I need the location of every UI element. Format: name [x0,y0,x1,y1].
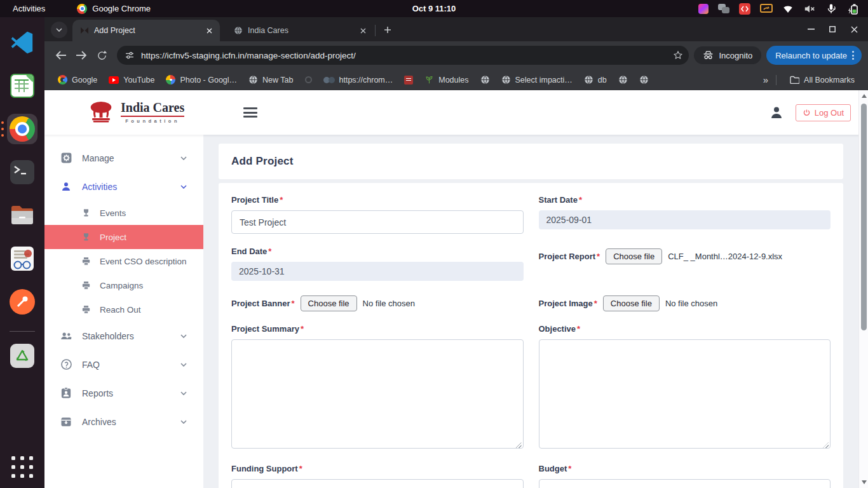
logout-button[interactable]: Log Out [796,104,851,121]
tab-close-icon[interactable] [203,25,215,36]
running-indicator [1,121,4,137]
main-content: Add Project Project Title* Start Date* [203,135,858,488]
india-cares-logo[interactable]: India Cares Foundation [87,101,184,124]
bookmark-globe-1[interactable] [475,73,496,86]
page-title: Add Project [231,155,294,168]
page-scrollbar[interactable] [858,90,868,488]
tab-india-cares[interactable]: India Cares [226,20,374,41]
battery-charging-icon[interactable] [846,3,859,15]
bookmark-globe-3[interactable] [634,73,654,86]
scrollbar-thumb[interactable] [861,104,867,330]
tab-close-icon[interactable] [357,25,369,36]
people-icon [60,331,72,341]
sidebar-item-event-cso-description[interactable]: Event CSO description [44,249,203,273]
tab-strip: Add Project India Cares [44,17,868,41]
bookmark-star-icon[interactable] [670,47,686,64]
app-indicator[interactable]: Google Chrome [77,4,151,14]
relaunch-to-update-button[interactable]: Relaunch to update [766,46,862,65]
project-report-choose-file-button[interactable]: Choose file [606,248,662,264]
sidebar-item-campaigns[interactable]: Campaigns [44,273,203,297]
dock-chrome-icon[interactable] [7,114,37,144]
new-tab-button[interactable] [379,22,396,38]
bookmarks-overflow-button[interactable]: » [763,74,768,85]
show-applications-button[interactable] [11,456,33,478]
all-bookmarks-button[interactable]: All Bookmarks [784,74,860,86]
screen-share-icon[interactable] [760,3,773,15]
sidebar-item-reports[interactable]: Reports [44,379,203,407]
dock-trash-icon[interactable] [7,341,37,371]
sidebar-item-project[interactable]: Project [44,225,203,249]
project-banner-choose-file-button[interactable]: Choose file [301,295,357,311]
bookmark-photos[interactable]: Photo - Googl… [160,73,243,86]
budget-input[interactable] [539,479,831,488]
bookmark-unnamed[interactable] [299,74,318,85]
volume-muted-icon[interactable] [803,4,816,14]
trophy-icon [81,232,92,243]
end-date-label: End Date* [231,247,524,256]
browser-menu-icon[interactable] [847,51,859,60]
dock-libreoffice-calc-icon[interactable] [7,71,37,101]
clock[interactable]: Oct 9 11:10 [412,4,456,13]
sidebar-item-faq[interactable]: FAQ [44,350,203,379]
dock-terminal-icon[interactable] [7,157,37,187]
bookmark-globe-2[interactable] [613,73,634,86]
microphone-icon[interactable] [825,3,837,15]
bookmark-db[interactable]: db [578,73,613,86]
bookmark-youtube[interactable]: YouTube [103,74,160,86]
scroll-up-arrow[interactable] [862,94,867,98]
sidebar-item-activities[interactable]: Activities [44,172,203,201]
dock-postman-icon[interactable] [7,287,37,317]
dock-vscode-icon[interactable] [7,27,37,58]
close-button[interactable] [845,20,863,38]
sidebar-toggle-button[interactable] [243,107,257,118]
dock-document-viewer-icon[interactable] [7,243,37,274]
badge-icon [60,387,72,399]
site-settings-icon[interactable] [125,50,135,60]
sidebar-item-stakeholders[interactable]: Stakeholders [44,322,203,350]
start-date-input[interactable] [539,210,831,229]
bookmark-select-impact[interactable]: Select impacti… [496,73,578,86]
brand-name: India Cares [121,101,184,114]
back-button[interactable] [51,45,71,65]
sidebar-item-events[interactable]: Events [44,201,203,225]
brand-rule [121,116,184,117]
project-title-input[interactable] [231,210,524,234]
dock-files-icon[interactable] [7,200,37,231]
end-date-input[interactable] [231,262,524,281]
field-project-summary: Project Summary* [231,324,524,451]
globe-favicon [234,26,243,35]
address-bar[interactable]: https://icfnv5-staging.icfn.in/manage-se… [117,46,689,65]
sidebar-item-reach-out[interactable]: Reach Out [44,297,203,322]
bookmark-chrome-link[interactable]: https://chrom… [318,74,399,86]
user-avatar-icon[interactable] [769,105,784,120]
remote-desktop-icon[interactable] [739,3,750,15]
bookmark-bajaj[interactable] [398,74,419,86]
minimize-button[interactable] [802,20,820,38]
project-image-choose-file-button[interactable]: Choose file [603,295,660,311]
objective-textarea[interactable] [539,339,831,449]
wifi-icon[interactable] [782,4,794,14]
bookmark-new-tab[interactable]: New Tab [243,73,299,86]
bookmark-google[interactable]: Google [52,73,103,86]
sidebar-item-manage[interactable]: Manage [44,144,203,172]
brand-tagline: Foundation [125,118,180,124]
reload-button[interactable] [92,45,112,65]
activities-button[interactable]: Activities [0,0,58,17]
chevron-down-icon [180,334,187,338]
project-summary-textarea[interactable] [231,339,524,449]
scroll-down-arrow[interactable] [862,480,867,484]
field-project-title: Project Title* [231,195,524,234]
chat-icon[interactable] [718,4,729,14]
bookmark-modules[interactable]: Modules [419,73,474,86]
tab-add-project[interactable]: Add Project [72,20,220,41]
objective-label: Objective* [539,324,831,334]
sidebar-item-archives[interactable]: Archives [44,407,203,436]
printer-icon [81,280,92,291]
maximize-button[interactable] [824,20,841,38]
forward-button[interactable] [71,45,92,65]
tab-search-button[interactable] [51,22,67,38]
color-app-icon[interactable] [698,4,709,14]
funding-support-input[interactable] [231,479,524,488]
incognito-icon [703,51,714,60]
project-image-filename: No file chosen [665,299,717,308]
